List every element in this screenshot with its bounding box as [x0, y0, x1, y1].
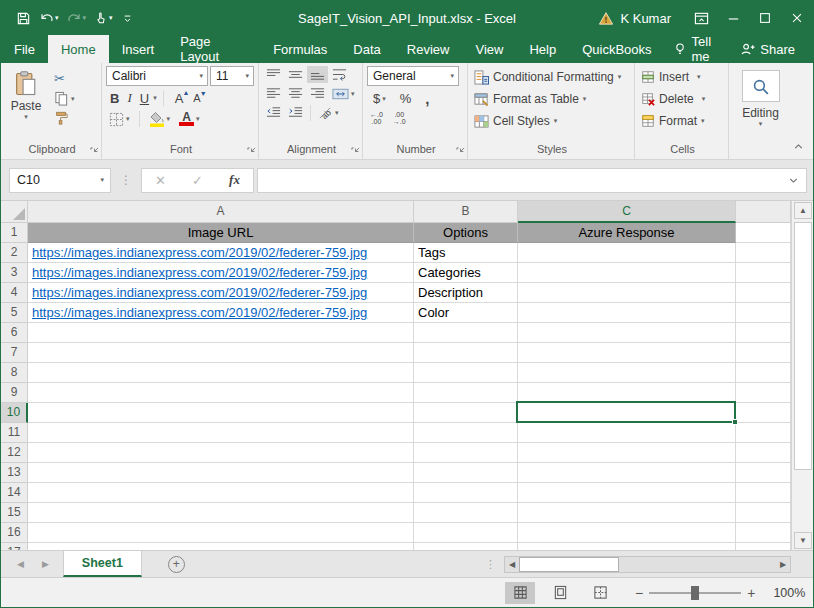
cell-A12[interactable] [28, 443, 414, 463]
cell-A10[interactable] [28, 403, 414, 423]
cell-B6[interactable] [414, 323, 518, 343]
italic-button[interactable]: I [123, 88, 135, 108]
zoom-in-button[interactable]: + [741, 585, 761, 601]
expand-formula-bar-icon[interactable] [787, 174, 800, 187]
cell-A15[interactable] [28, 503, 414, 523]
insert-cells-button[interactable]: Insert▾ [639, 66, 726, 88]
font-color-button[interactable]: A▾ [176, 111, 203, 127]
tab-quickbooks[interactable]: QuickBooks [569, 35, 664, 63]
cell-A9[interactable] [28, 383, 414, 403]
cell-A17[interactable] [28, 543, 414, 550]
increase-indent-button[interactable] [285, 104, 306, 121]
cell-C12[interactable] [518, 443, 736, 463]
underline-button[interactable]: U [136, 88, 153, 108]
cell-A7[interactable] [28, 343, 414, 363]
fill-color-button[interactable]: ▾ [146, 110, 174, 128]
paste-dropdown-icon[interactable]: ▾ [24, 113, 28, 121]
cut-button[interactable]: ✂ [51, 70, 78, 87]
decrease-indent-button[interactable] [263, 104, 284, 121]
row-header-11[interactable]: 11 [1, 423, 28, 443]
cell-B11[interactable] [414, 423, 518, 443]
alignment-dialog-launcher[interactable] [351, 147, 360, 156]
cell-A4[interactable]: https://images.indianexpress.com/2019/02… [28, 283, 414, 303]
font-size-select[interactable]: 11▾ [210, 66, 254, 86]
tab-page-layout[interactable]: Page Layout [167, 35, 260, 63]
cell-B1[interactable]: Options [414, 223, 518, 243]
new-sheet-button[interactable]: + [168, 556, 185, 573]
tab-help[interactable]: Help [516, 35, 569, 63]
row-header-1[interactable]: 1 [1, 223, 28, 243]
tab-formulas[interactable]: Formulas [260, 35, 340, 63]
row-header-17[interactable]: 17 [1, 543, 28, 550]
insert-function-button[interactable]: fx [216, 172, 253, 188]
cell-A14[interactable] [28, 483, 414, 503]
cell-D16[interactable] [736, 523, 791, 543]
horizontal-scroll-thumb[interactable] [519, 557, 619, 572]
cell-D15[interactable] [736, 503, 791, 523]
zoom-slider-thumb[interactable] [691, 586, 699, 600]
row-header-13[interactable]: 13 [1, 463, 28, 483]
cell-link[interactable]: https://images.indianexpress.com/2019/02… [32, 305, 367, 320]
row-header-8[interactable]: 8 [1, 363, 28, 383]
cell-B15[interactable] [414, 503, 518, 523]
selected-cell-C10[interactable] [516, 401, 736, 423]
cell-D10[interactable] [736, 403, 791, 423]
cell-D5[interactable] [736, 303, 791, 323]
cell-D17[interactable] [736, 543, 791, 550]
cell-link[interactable]: https://images.indianexpress.com/2019/02… [32, 245, 367, 260]
cell-C7[interactable] [518, 343, 736, 363]
wrap-text-button[interactable] [329, 66, 350, 83]
cell-C5[interactable] [518, 303, 736, 323]
touch-mode-button[interactable]: ▾ [91, 8, 116, 28]
cell-link[interactable]: https://images.indianexpress.com/2019/02… [32, 285, 367, 300]
tab-scroll-divider[interactable]: ⋮ [485, 558, 504, 571]
cell-D14[interactable] [736, 483, 791, 503]
scroll-down-icon[interactable]: ▼ [794, 532, 812, 549]
cell-B16[interactable] [414, 523, 518, 543]
cell-B5[interactable]: Color [414, 303, 518, 323]
prev-sheet-icon[interactable]: ◀ [17, 559, 24, 569]
format-painter-button[interactable] [51, 110, 78, 126]
cell-B9[interactable] [414, 383, 518, 403]
zoom-out-button[interactable]: − [629, 585, 649, 601]
cell-A3[interactable]: https://images.indianexpress.com/2019/02… [28, 263, 414, 283]
collapse-ribbon-button[interactable] [792, 140, 805, 153]
ribbon-display-options-button[interactable] [685, 1, 717, 35]
cell-A16[interactable] [28, 523, 414, 543]
underline-dropdown-icon[interactable]: ▾ [153, 94, 157, 102]
tell-me-button[interactable]: Tell me [665, 34, 729, 64]
cell-B3[interactable]: Categories [414, 263, 518, 283]
row-header-14[interactable]: 14 [1, 483, 28, 503]
scroll-up-icon[interactable]: ▲ [794, 202, 812, 219]
maximize-button[interactable] [749, 1, 781, 35]
scroll-left-icon[interactable]: ◀ [505, 557, 519, 572]
cell-A13[interactable] [28, 463, 414, 483]
cell-A8[interactable] [28, 363, 414, 383]
cell-B14[interactable] [414, 483, 518, 503]
increase-decimal-button[interactable]: ←.0.00 [370, 111, 383, 125]
cell-D2[interactable] [736, 243, 791, 263]
cell-D7[interactable] [736, 343, 791, 363]
align-right-button[interactable] [307, 85, 328, 102]
cell-B12[interactable] [414, 443, 518, 463]
zoom-level[interactable]: 100% [773, 586, 805, 600]
cell-C17[interactable] [518, 543, 736, 550]
cell-B13[interactable] [414, 463, 518, 483]
cell-B8[interactable] [414, 363, 518, 383]
cancel-entry-button[interactable]: ✕ [142, 173, 179, 188]
orientation-button[interactable]: ab▾ [315, 104, 342, 121]
tab-data[interactable]: Data [340, 35, 393, 63]
cell-D3[interactable] [736, 263, 791, 283]
number-dialog-launcher[interactable] [456, 147, 465, 156]
touch-mode-dropdown-icon[interactable]: ▾ [109, 14, 113, 22]
page-layout-view-button[interactable] [545, 582, 575, 604]
formula-input[interactable] [257, 168, 807, 193]
minimize-button[interactable] [717, 1, 749, 35]
column-header-blank[interactable] [736, 201, 791, 223]
customize-qat-button[interactable] [118, 9, 137, 28]
zoom-slider[interactable] [649, 592, 741, 594]
row-header-4[interactable]: 4 [1, 283, 28, 303]
share-button[interactable]: Share [732, 42, 803, 57]
name-box[interactable]: C10 ▾ [9, 168, 111, 193]
vertical-scrollbar[interactable]: ▲ ▼ [791, 201, 813, 550]
